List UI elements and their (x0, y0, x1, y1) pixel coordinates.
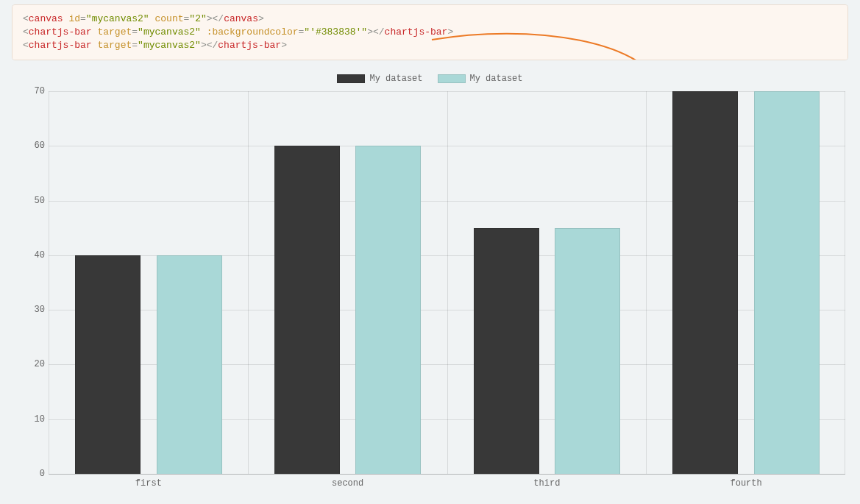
chart-y-tick-label: 50 (26, 196, 45, 206)
chart-x-tick-label: first (49, 478, 248, 489)
chart-bar (555, 228, 620, 474)
legend-item: My dataset (438, 74, 523, 84)
chart-category: third (447, 91, 647, 474)
chart-legend: My datasetMy dataset (12, 74, 848, 84)
chart-y-tick-label: 60 (26, 141, 45, 151)
chart-y-tick-label: 40 (26, 250, 45, 260)
chart-category: fourth (646, 91, 845, 474)
annotation-arrow (424, 31, 689, 60)
chart-bar (274, 146, 340, 474)
chart-bar (672, 91, 738, 474)
chart-category: first (49, 91, 248, 474)
chart-y-tick-label: 70 (26, 86, 45, 96)
chart-bar (474, 228, 539, 474)
legend-label: My dataset (369, 74, 422, 84)
code-snippet: <canvas id="mycanvas2" count="2"></canva… (12, 4, 848, 60)
chart-y-tick-label: 10 (26, 414, 45, 425)
chart-x-tick-label: third (448, 478, 647, 489)
chart-bar (75, 255, 141, 474)
chart-plot-area: 010203040506070firstsecondthirdfourth (49, 91, 845, 474)
chart-y-tick-label: 0 (26, 469, 45, 479)
bar-chart: My datasetMy dataset 010203040506070firs… (12, 69, 848, 492)
chart-gridline (49, 474, 845, 475)
chart-bar (157, 255, 222, 474)
chart-category: second (248, 91, 447, 474)
chart-y-tick-label: 30 (26, 305, 45, 315)
chart-bar (355, 146, 421, 474)
legend-swatch (337, 74, 365, 83)
legend-label: My dataset (470, 74, 523, 84)
chart-y-tick-label: 20 (26, 359, 45, 369)
chart-x-tick-label: second (249, 478, 447, 489)
chart-bar (754, 91, 820, 474)
legend-item: My dataset (337, 74, 422, 84)
chart-x-tick-label: fourth (647, 478, 845, 489)
legend-swatch (438, 74, 466, 83)
code-tag: canvas (29, 13, 63, 24)
